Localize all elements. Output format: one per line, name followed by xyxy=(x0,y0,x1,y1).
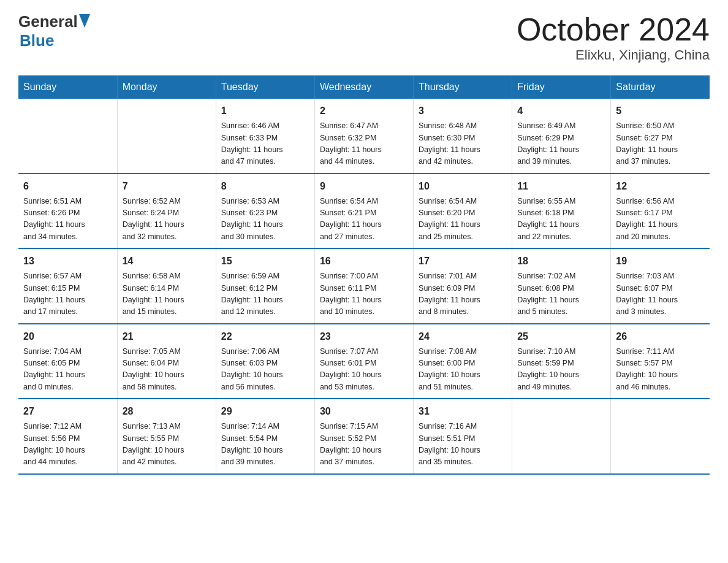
day-number: 30 xyxy=(320,404,408,419)
table-row: 1Sunrise: 6:46 AMSunset: 6:33 PMDaylight… xyxy=(216,99,314,174)
day-info: Sunrise: 7:03 AMSunset: 6:07 PMDaylight:… xyxy=(616,270,705,318)
table-row: 10Sunrise: 6:54 AMSunset: 6:20 PMDayligh… xyxy=(414,174,512,249)
day-info: Sunrise: 7:00 AMSunset: 6:11 PMDaylight:… xyxy=(320,270,408,318)
header-saturday: Saturday xyxy=(611,75,710,99)
day-info: Sunrise: 6:54 AMSunset: 6:20 PMDaylight:… xyxy=(419,196,507,243)
table-row: 25Sunrise: 7:10 AMSunset: 5:59 PMDayligh… xyxy=(512,324,611,399)
header-tuesday: Tuesday xyxy=(216,75,314,99)
day-info: Sunrise: 7:02 AMSunset: 6:08 PMDaylight:… xyxy=(517,270,605,318)
title-block: October 2024 Elixku, Xinjiang, China xyxy=(517,12,710,63)
table-row: 23Sunrise: 7:07 AMSunset: 6:01 PMDayligh… xyxy=(314,324,413,399)
table-row: 18Sunrise: 7:02 AMSunset: 6:08 PMDayligh… xyxy=(512,248,611,324)
calendar-week-row: 20Sunrise: 7:04 AMSunset: 6:05 PMDayligh… xyxy=(18,324,710,399)
day-number: 14 xyxy=(123,254,211,269)
day-info: Sunrise: 6:55 AMSunset: 6:18 PMDaylight:… xyxy=(517,196,605,243)
table-row: 11Sunrise: 6:55 AMSunset: 6:18 PMDayligh… xyxy=(512,174,611,249)
page-subtitle: Elixku, Xinjiang, China xyxy=(517,47,710,63)
day-number: 6 xyxy=(23,179,112,194)
day-number: 15 xyxy=(221,254,309,269)
table-row: 9Sunrise: 6:54 AMSunset: 6:21 PMDaylight… xyxy=(314,174,413,249)
day-info: Sunrise: 7:11 AMSunset: 5:57 PMDaylight:… xyxy=(616,346,705,394)
table-row: 30Sunrise: 7:15 AMSunset: 5:52 PMDayligh… xyxy=(314,399,413,474)
day-number: 24 xyxy=(419,329,507,344)
calendar-week-row: 6Sunrise: 6:51 AMSunset: 6:26 PMDaylight… xyxy=(18,174,710,249)
day-number: 11 xyxy=(517,179,605,194)
table-row: 7Sunrise: 6:52 AMSunset: 6:24 PMDaylight… xyxy=(117,174,216,249)
day-number: 31 xyxy=(419,404,507,419)
day-info: Sunrise: 7:01 AMSunset: 6:09 PMDaylight:… xyxy=(419,270,507,318)
day-number: 3 xyxy=(419,104,507,118)
logo: General Blue xyxy=(18,12,90,50)
day-number: 12 xyxy=(616,179,705,194)
day-number: 5 xyxy=(616,104,705,118)
calendar-week-row: 13Sunrise: 6:57 AMSunset: 6:15 PMDayligh… xyxy=(18,248,710,324)
day-number: 26 xyxy=(616,329,705,344)
day-info: Sunrise: 7:16 AMSunset: 5:51 PMDaylight:… xyxy=(419,421,507,469)
table-row: 26Sunrise: 7:11 AMSunset: 5:57 PMDayligh… xyxy=(611,324,710,399)
day-info: Sunrise: 6:59 AMSunset: 6:12 PMDaylight:… xyxy=(221,270,309,318)
day-info: Sunrise: 6:50 AMSunset: 6:27 PMDaylight:… xyxy=(616,120,705,168)
day-info: Sunrise: 6:47 AMSunset: 6:32 PMDaylight:… xyxy=(320,120,408,168)
table-row: 17Sunrise: 7:01 AMSunset: 6:09 PMDayligh… xyxy=(414,248,512,324)
table-row: 8Sunrise: 6:53 AMSunset: 6:23 PMDaylight… xyxy=(216,174,314,249)
page-header: General Blue October 2024 Elixku, Xinjia… xyxy=(18,12,710,63)
calendar-week-row: 1Sunrise: 6:46 AMSunset: 6:33 PMDaylight… xyxy=(18,99,710,174)
table-row: 31Sunrise: 7:16 AMSunset: 5:51 PMDayligh… xyxy=(414,399,512,474)
day-number: 8 xyxy=(221,179,309,194)
table-row: 5Sunrise: 6:50 AMSunset: 6:27 PMDaylight… xyxy=(611,99,710,174)
day-info: Sunrise: 6:54 AMSunset: 6:21 PMDaylight:… xyxy=(320,196,408,243)
table-row xyxy=(117,99,216,174)
calendar-week-row: 27Sunrise: 7:12 AMSunset: 5:56 PMDayligh… xyxy=(18,399,710,474)
day-number: 20 xyxy=(23,329,112,344)
logo-blue-text: Blue xyxy=(20,31,54,50)
day-number: 19 xyxy=(616,254,705,269)
day-number: 28 xyxy=(123,404,211,419)
day-number: 16 xyxy=(320,254,408,269)
day-number: 9 xyxy=(320,179,408,194)
table-row: 22Sunrise: 7:06 AMSunset: 6:03 PMDayligh… xyxy=(216,324,314,399)
header-thursday: Thursday xyxy=(414,75,512,99)
day-number: 13 xyxy=(23,254,112,269)
day-info: Sunrise: 7:12 AMSunset: 5:56 PMDaylight:… xyxy=(23,421,112,469)
day-number: 2 xyxy=(320,104,408,118)
day-info: Sunrise: 7:06 AMSunset: 6:03 PMDaylight:… xyxy=(221,346,309,394)
table-row: 12Sunrise: 6:56 AMSunset: 6:17 PMDayligh… xyxy=(611,174,710,249)
table-row: 13Sunrise: 6:57 AMSunset: 6:15 PMDayligh… xyxy=(18,248,117,324)
table-row: 6Sunrise: 6:51 AMSunset: 6:26 PMDaylight… xyxy=(18,174,117,249)
day-info: Sunrise: 6:49 AMSunset: 6:29 PMDaylight:… xyxy=(517,120,605,168)
day-number: 4 xyxy=(517,104,605,118)
day-number: 1 xyxy=(221,104,309,118)
table-row: 21Sunrise: 7:05 AMSunset: 6:04 PMDayligh… xyxy=(117,324,216,399)
table-row: 27Sunrise: 7:12 AMSunset: 5:56 PMDayligh… xyxy=(18,399,117,474)
logo-arrow-icon xyxy=(79,14,90,30)
day-number: 22 xyxy=(221,329,309,344)
day-number: 29 xyxy=(221,404,309,419)
table-row: 19Sunrise: 7:03 AMSunset: 6:07 PMDayligh… xyxy=(611,248,710,324)
day-info: Sunrise: 7:08 AMSunset: 6:00 PMDaylight:… xyxy=(419,346,507,394)
day-info: Sunrise: 6:46 AMSunset: 6:33 PMDaylight:… xyxy=(221,120,309,168)
day-info: Sunrise: 7:15 AMSunset: 5:52 PMDaylight:… xyxy=(320,421,408,469)
table-row: 20Sunrise: 7:04 AMSunset: 6:05 PMDayligh… xyxy=(18,324,117,399)
day-info: Sunrise: 6:57 AMSunset: 6:15 PMDaylight:… xyxy=(23,270,112,318)
day-number: 21 xyxy=(123,329,211,344)
calendar-table: Sunday Monday Tuesday Wednesday Thursday… xyxy=(18,75,710,475)
table-row: 15Sunrise: 6:59 AMSunset: 6:12 PMDayligh… xyxy=(216,248,314,324)
table-row xyxy=(611,399,710,474)
day-info: Sunrise: 7:14 AMSunset: 5:54 PMDaylight:… xyxy=(221,421,309,469)
header-friday: Friday xyxy=(512,75,611,99)
day-info: Sunrise: 6:51 AMSunset: 6:26 PMDaylight:… xyxy=(23,196,112,243)
day-info: Sunrise: 7:10 AMSunset: 5:59 PMDaylight:… xyxy=(517,346,605,394)
day-number: 7 xyxy=(123,179,211,194)
table-row: 2Sunrise: 6:47 AMSunset: 6:32 PMDaylight… xyxy=(314,99,413,174)
table-row: 3Sunrise: 6:48 AMSunset: 6:30 PMDaylight… xyxy=(414,99,512,174)
day-number: 27 xyxy=(23,404,112,419)
logo-general-text: General xyxy=(18,12,78,31)
svg-marker-0 xyxy=(79,14,90,28)
day-info: Sunrise: 6:53 AMSunset: 6:23 PMDaylight:… xyxy=(221,196,309,243)
header-wednesday: Wednesday xyxy=(314,75,413,99)
table-row: 4Sunrise: 6:49 AMSunset: 6:29 PMDaylight… xyxy=(512,99,611,174)
table-row: 29Sunrise: 7:14 AMSunset: 5:54 PMDayligh… xyxy=(216,399,314,474)
day-info: Sunrise: 7:13 AMSunset: 5:55 PMDaylight:… xyxy=(123,421,211,469)
day-number: 25 xyxy=(517,329,605,344)
calendar-header-row: Sunday Monday Tuesday Wednesday Thursday… xyxy=(18,75,710,99)
